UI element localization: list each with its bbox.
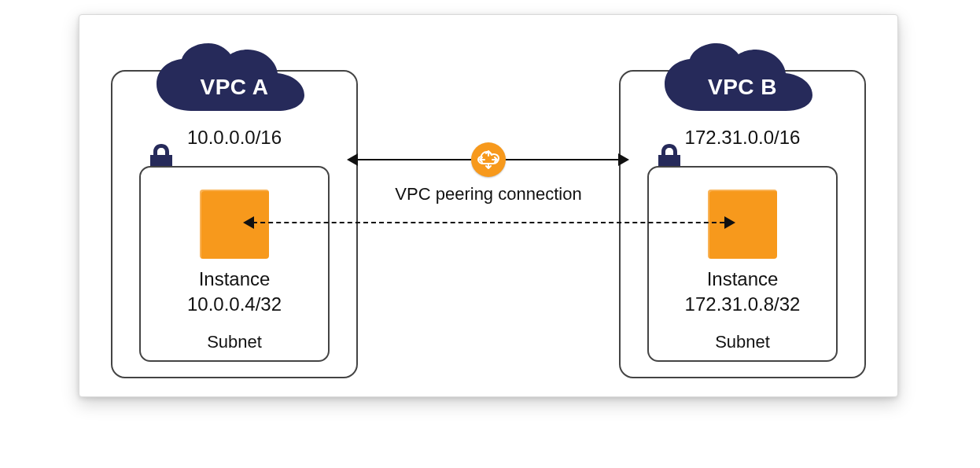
vpc-a-name: VPC A xyxy=(150,75,319,100)
vpc-b-subnet: Instance 172.31.0.8/32 Subnet xyxy=(647,166,838,362)
peering-arrow-left-icon xyxy=(347,153,358,166)
peering-connection-icon xyxy=(471,142,506,177)
diagram-card: VPC A 10.0.0.0/16 Instance 10.0.0.4/32 S… xyxy=(79,14,898,397)
peering-line-right xyxy=(506,159,618,160)
vpc-b-instance-ip: 172.31.0.8/32 xyxy=(649,293,836,315)
peering-arrow-right-icon xyxy=(618,153,629,166)
vpc-a-instance-label: Instance xyxy=(141,268,328,290)
vpc-b-cloud-icon: VPC B xyxy=(658,43,827,114)
vpc-a-instance-ip: 10.0.0.4/32 xyxy=(141,293,328,315)
vpc-a-subnet: Instance 10.0.0.4/32 Subnet xyxy=(139,166,330,362)
peering-label: VPC peering connection xyxy=(392,184,584,205)
instance-traffic-line xyxy=(252,222,724,223)
vpc-b-container: VPC B 172.31.0.0/16 Instance 172.31.0.8/… xyxy=(619,70,866,378)
traffic-arrow-left-icon xyxy=(243,216,254,229)
vpc-a-instance-icon xyxy=(200,190,269,259)
diagram-viewport: VPC A 10.0.0.0/16 Instance 10.0.0.4/32 S… xyxy=(0,0,980,468)
vpc-a-subnet-label: Subnet xyxy=(141,332,328,352)
vpc-a-cloud-icon: VPC A xyxy=(150,43,319,114)
peering-line-left xyxy=(356,159,471,160)
traffic-arrow-right-icon xyxy=(724,216,735,229)
vpc-a-container: VPC A 10.0.0.0/16 Instance 10.0.0.4/32 S… xyxy=(111,70,358,378)
vpc-b-name: VPC B xyxy=(658,75,827,100)
vpc-b-instance-icon xyxy=(708,190,777,259)
vpc-b-subnet-label: Subnet xyxy=(649,332,836,352)
vpc-b-instance-label: Instance xyxy=(649,268,836,290)
